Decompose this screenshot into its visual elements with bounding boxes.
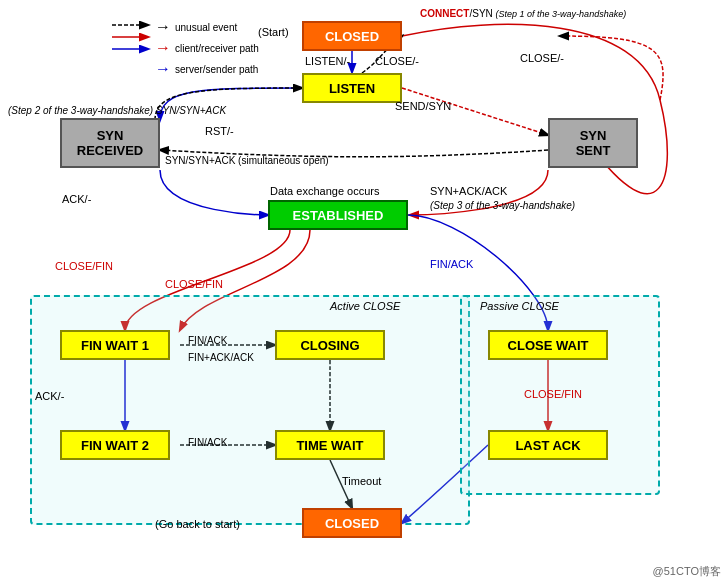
label-close-fin-3: CLOSE/FIN [524,388,582,400]
state-last-ack: LAST ACK [488,430,608,460]
label-data-exchange: Data exchange occurs [270,185,379,197]
state-time-wait: TIME WAIT [275,430,385,460]
state-closing: CLOSING [275,330,385,360]
label-syn-syn-ack: SYN/SYN+ACK (simultaneous open) [165,155,329,166]
label-close-top: CLOSE/- [520,52,564,64]
label-send-syn: SEND/SYN [395,100,451,112]
state-fin-wait-1: FIN WAIT 1 [60,330,170,360]
watermark: @51CTO博客 [653,564,721,579]
label-close-fin-left: CLOSE/FIN [55,260,113,272]
label-start: (Start) [258,26,289,38]
legend: → unusual event → client/receiver path →… [155,18,259,78]
label-syn-ack-ack: SYN+ACK/ACK [430,185,507,197]
state-listen: LISTEN [302,73,402,103]
state-fin-wait-2: FIN WAIT 2 [60,430,170,460]
label-ack: ACK/- [62,193,91,205]
label-connect-syn: CONNECT/SYN (Step 1 of the 3-way-handsha… [420,8,626,19]
label-passive-close: Passive CLOSE [480,300,559,312]
label-fin-ack-right: FIN/ACK [430,258,473,270]
label-rst: RST/- [205,125,234,137]
label-fin-ack-2: FIN/ACK [188,437,227,448]
state-close-wait: CLOSE WAIT [488,330,608,360]
state-syn-received: SYN RECEIVED [60,118,160,168]
label-step2: (Step 2 of the 3-way-handshake) SYN/SYN+… [8,105,226,116]
label-close-fin-mid: CLOSE/FIN [165,278,223,290]
state-closed-bottom: CLOSED [302,508,402,538]
label-active-close: Active CLOSE [330,300,400,312]
label-ack-dash: ACK/- [35,390,64,402]
label-fin-ack-1: FIN/ACK [188,335,227,346]
diagram-container: CLOSED LISTEN SYN RECEIVED SYN SENT ESTA… [0,0,726,584]
label-timeout: Timeout [342,475,381,487]
state-syn-sent: SYN SENT [548,118,638,168]
label-fin-ack-ack: FIN+ACK/ACK [188,352,254,363]
label-listen-slash: LISTEN/- [305,55,350,67]
label-close2: CLOSE/- [375,55,419,67]
state-established: ESTABLISHED [268,200,408,230]
label-go-back: (Go back to start) [155,518,240,530]
label-step3: (Step 3 of the 3-way-handshake) [430,200,575,211]
state-closed-top: CLOSED [302,21,402,51]
